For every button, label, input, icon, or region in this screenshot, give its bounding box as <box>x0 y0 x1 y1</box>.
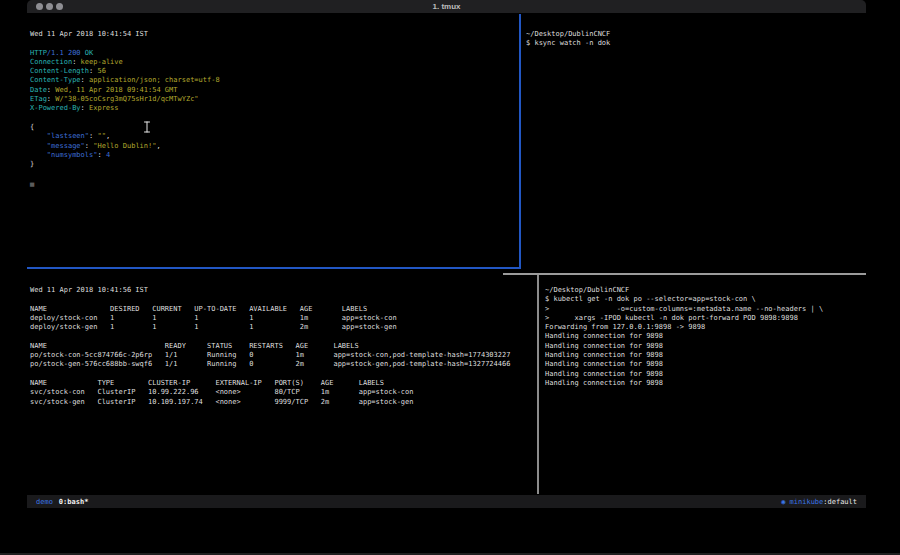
terminal-line <box>30 332 535 341</box>
terminal-line: ~/Desktop/DublinCNCF <box>526 30 861 39</box>
pane-bottom-left-kubectl-watch[interactable]: Wed 11 Apr 2018 10:41:56 IST NAME DESIRE… <box>30 286 535 407</box>
terminal-line: "numsymbols": 4 <box>30 151 518 160</box>
tmux-session-name: demo <box>36 498 53 506</box>
terminal-line: } <box>30 160 518 169</box>
terminal-line: Wed 11 Apr 2018 10:41:56 IST <box>30 286 535 295</box>
terminal-line: deploy/stock-con 1 1 1 1 1m app=stock-co… <box>30 314 535 323</box>
terminal-line <box>30 295 535 304</box>
terminal-line: Handling connection for 9898 <box>545 370 863 379</box>
terminal-line: > -o=custom-columns=:metadata.name --no-… <box>545 305 863 314</box>
tmux-status-bar: demo 0:bash* ◉ minikube:default <box>27 495 866 508</box>
active-pane-divider-vertical[interactable] <box>519 14 521 268</box>
mouse-text-cursor-icon <box>143 121 151 133</box>
tmux-status-right: ◉ minikube:default <box>781 498 857 506</box>
terminal-line: Forwarding from 127.0.0.1:9898 -> 9898 <box>545 323 863 332</box>
terminal-line: po/stock-con-5cc874766c-2p6rp 1/1 Runnin… <box>30 351 535 360</box>
terminal-line: Handling connection for 9898 <box>545 342 863 351</box>
terminal-line: HTTP/1.1 200 OK <box>30 49 518 58</box>
terminal-line: Content-Type: application/json; charset=… <box>30 76 518 85</box>
terminal-line: Content-Length: 56 <box>30 67 518 76</box>
terminal-line: deploy/stock-gen 1 1 1 1 2m app=stock-ge… <box>30 323 535 332</box>
kubernetes-helm-icon: ◉ <box>781 498 785 506</box>
pane-divider-horizontal[interactable] <box>503 273 866 275</box>
active-pane-divider-horizontal[interactable] <box>27 267 521 269</box>
kube-namespace: :default <box>823 498 857 506</box>
terminal-line <box>30 370 535 379</box>
terminal-line: X-Powered-By: Express <box>30 104 518 113</box>
terminal-line <box>30 39 518 48</box>
terminal-line: NAME READY STATUS RESTARTS AGE LABELS <box>30 342 535 351</box>
terminal-line: $ ksync watch -n dok <box>526 39 861 48</box>
window-title: 1. tmux <box>27 2 866 11</box>
terminal-line: NAME TYPE CLUSTER-IP EXTERNAL-IP PORT(S)… <box>30 379 535 388</box>
terminal-line: Connection: keep-alive <box>30 58 518 67</box>
pane-top-left-http-response[interactable]: Wed 11 Apr 2018 10:41:54 IST HTTP/1.1 20… <box>30 30 518 188</box>
terminal-line: "lastseen": "", <box>30 132 518 141</box>
pane-bottom-right-port-forward[interactable]: ~/Desktop/DublinCNCF$ kubectl get -n dok… <box>545 286 863 388</box>
terminal-line: Date: Wed, 11 Apr 2018 09:41:54 GMT <box>30 86 518 95</box>
terminal-line: Handling connection for 9898 <box>545 379 863 388</box>
terminal-line: Handling connection for 9898 <box>545 351 863 360</box>
terminal-line: $ kubectl get -n dok po --selector=app=s… <box>545 295 863 304</box>
terminal-line: "message": "Hello Dublin!", <box>30 142 518 151</box>
terminal-line: > xargs -IPOD kubectl -n dok port-forwar… <box>545 314 863 323</box>
terminal-line: { <box>30 123 518 132</box>
terminal-content: Wed 11 Apr 2018 10:41:54 IST HTTP/1.1 20… <box>27 14 866 495</box>
window-titlebar[interactable]: 1. tmux <box>27 0 866 14</box>
terminal-line <box>30 169 518 178</box>
terminal-line <box>30 114 518 123</box>
terminal-line: po/stock-gen-576cc688bb-swqf6 1/1 Runnin… <box>30 360 535 369</box>
terminal-line: Handling connection for 9898 <box>545 360 863 369</box>
kube-context-name: minikube <box>790 498 824 506</box>
terminal-line: Wed 11 Apr 2018 10:41:54 IST <box>30 30 518 39</box>
terminal-line: ETag: W/"38-05coCsrg3mQ75sHr1d/qcMTwYZc" <box>30 95 518 104</box>
terminal-line: svc/stock-con ClusterIP 10.99.222.96 <no… <box>30 388 535 397</box>
terminal-line: ~/Desktop/DublinCNCF <box>545 286 863 295</box>
terminal-line: svc/stock-gen ClusterIP 10.109.197.74 <n… <box>30 398 535 407</box>
pane-top-right-ksync[interactable]: ~/Desktop/DublinCNCF$ ksync watch -n dok <box>526 30 861 49</box>
terminal-line: ▄ <box>30 179 518 188</box>
terminal-window: 1. tmux Wed 11 Apr 2018 10:41:54 IST HTT… <box>27 0 866 508</box>
terminal-line: NAME DESIRED CURRENT UP-TO-DATE AVAILABL… <box>30 305 535 314</box>
terminal-line: Handling connection for 9898 <box>545 332 863 341</box>
pane-divider-vertical[interactable] <box>537 275 539 494</box>
tmux-window-tab[interactable]: 0:bash* <box>59 498 89 506</box>
